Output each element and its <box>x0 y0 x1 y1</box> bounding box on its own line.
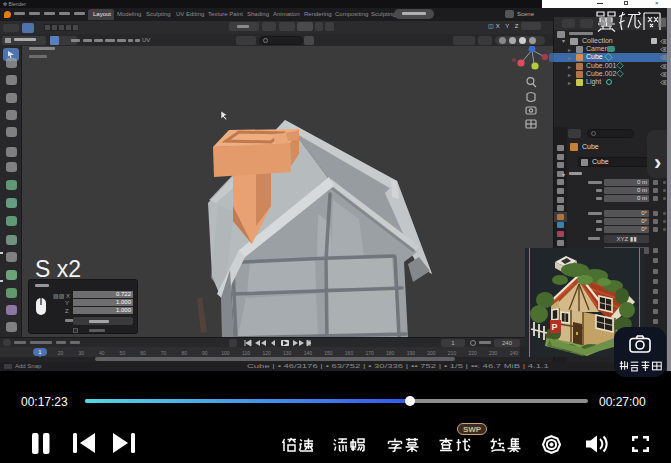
svg-text:P: P <box>552 322 558 332</box>
